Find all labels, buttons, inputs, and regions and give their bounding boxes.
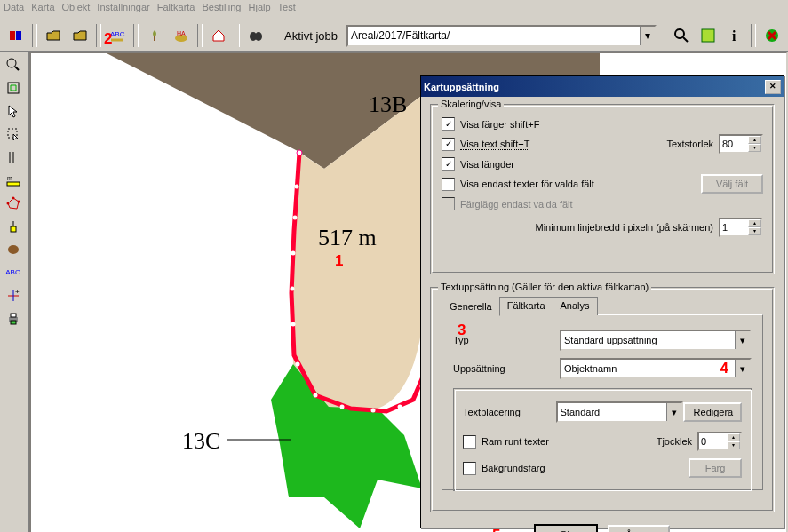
menu-data[interactable]: Data: [4, 2, 24, 18]
svg-text:m: m: [7, 175, 12, 181]
svg-line-9: [683, 37, 688, 42]
chk-lengths[interactable]: ✓: [442, 157, 455, 171]
side-fit-icon[interactable]: [2, 76, 24, 99]
side-zoom-icon[interactable]: [2, 53, 24, 75]
chevron-down-icon[interactable]: ▾: [640, 27, 655, 45]
svg-point-35: [293, 216, 298, 220]
chk-text[interactable]: ✓: [442, 138, 455, 151]
side-shape-icon[interactable]: [2, 238, 24, 260]
svg-point-33: [297, 150, 302, 155]
svg-point-39: [296, 362, 300, 367]
tb-close-icon[interactable]: [760, 23, 784, 48]
chk-bgcolor[interactable]: [463, 462, 476, 475]
btn-ok[interactable]: Ok: [535, 525, 597, 532]
tb-open2-icon[interactable]: [68, 23, 92, 48]
side-print-icon[interactable]: [2, 307, 24, 330]
side-pointer-icon[interactable]: [2, 99, 24, 122]
svg-rect-20: [7, 182, 20, 186]
chevron-down-icon[interactable]: ▾: [735, 360, 750, 377]
menu-test[interactable]: Test: [278, 2, 296, 18]
minline-input[interactable]: 1▴▾: [719, 218, 763, 237]
textplace-combo[interactable]: Standard▾: [556, 401, 683, 423]
btn-color: Färg: [689, 458, 742, 478]
svg-point-42: [371, 409, 376, 413]
menu-faltkarta[interactable]: Fältkarta: [157, 2, 195, 18]
lbl-text[interactable]: Visa text shift+T: [460, 139, 529, 150]
side-select-icon[interactable]: [2, 123, 24, 145]
dialog-title: Kartuppsättning: [424, 82, 499, 92]
spinner-icon[interactable]: ▴▾: [727, 433, 740, 449]
spinner-icon[interactable]: ▴▾: [748, 219, 761, 235]
svg-rect-32: [11, 321, 16, 324]
menu-hjalp[interactable]: Hjälp: [249, 2, 271, 18]
close-icon[interactable]: ✕: [765, 80, 781, 94]
chevron-down-icon[interactable]: ▾: [666, 403, 681, 421]
lbl-frame[interactable]: Ram runt texter: [482, 436, 549, 447]
menu-installningar[interactable]: Inställningar: [97, 2, 149, 18]
tb-plant-icon[interactable]: [142, 23, 167, 48]
lbl-lengths[interactable]: Visa längder: [460, 159, 514, 170]
chk-colors[interactable]: ✓: [442, 117, 455, 131]
tb-open1-icon[interactable]: [41, 23, 66, 48]
btn-edit[interactable]: Redigera: [683, 402, 742, 422]
btn-cancel[interactable]: Ångra: [608, 525, 670, 532]
lbl-colors[interactable]: Visa färger shift+F: [460, 119, 539, 130]
svg-text:ABC: ABC: [110, 30, 125, 38]
tab-general[interactable]: Generella: [442, 298, 500, 316]
svg-point-43: [398, 405, 402, 409]
menu-objekt[interactable]: Objekt: [62, 2, 91, 18]
chevron-down-icon[interactable]: ▾: [735, 331, 750, 349]
svg-point-34: [295, 185, 299, 189]
tb-people-icon[interactable]: [4, 23, 28, 48]
marker-1: 1: [335, 252, 343, 270]
svg-point-37: [291, 287, 295, 291]
tb-binoculars-icon[interactable]: [243, 23, 268, 48]
thickness-input[interactable]: 0▴▾: [697, 432, 742, 451]
tb-house-icon[interactable]: [206, 23, 231, 48]
tb-search-icon[interactable]: [669, 23, 694, 48]
side-gps-icon[interactable]: [2, 215, 24, 237]
menu-karta[interactable]: Karta: [31, 2, 54, 18]
lbl-textplace: Textplacering: [463, 407, 556, 417]
dialog-titlebar[interactable]: Kartuppsättning ✕: [421, 76, 784, 97]
job-label: Aktivt jobb: [284, 29, 338, 43]
lbl-bgcolor[interactable]: Bakgrundsfärg: [482, 463, 545, 473]
lbl-thickness: Tjocklek: [657, 436, 692, 447]
group-text-title: Textuppsättning (Gäller för den aktiva f…: [438, 282, 651, 292]
btn-select-fields: Välj fält: [701, 174, 763, 194]
tb-map-icon[interactable]: [696, 23, 720, 48]
field-label-13c: 13C: [182, 428, 220, 455]
field-label-13b: 13B: [369, 91, 407, 118]
svg-point-40: [314, 393, 318, 398]
marker-2: 2: [104, 30, 112, 48]
side-line-icon[interactable]: [2, 146, 24, 168]
side-abc2-icon[interactable]: ABC: [2, 261, 24, 283]
spinner-icon[interactable]: ▴▾: [748, 136, 761, 152]
menu-bestilling[interactable]: Bestilling: [202, 2, 241, 18]
svg-point-36: [291, 251, 296, 256]
side-polygon-icon[interactable]: [2, 192, 24, 214]
tab-fieldmap[interactable]: Fältkarta: [499, 297, 553, 315]
type-combo[interactable]: Standard uppsättning▾: [560, 330, 752, 351]
lbl-type: Typ: [453, 335, 560, 345]
textsize-input[interactable]: 80▴▾: [719, 134, 763, 154]
lbl-only-selected[interactable]: Visa endast texter för valda fält: [460, 179, 594, 189]
tab-analysis[interactable]: Analys: [553, 297, 598, 315]
svg-text:i: i: [732, 28, 736, 44]
side-adjust-icon[interactable]: +: [2, 284, 24, 306]
svg-rect-1: [16, 31, 21, 40]
svg-point-7: [255, 32, 262, 41]
svg-point-13: [7, 59, 16, 67]
chk-frame[interactable]: [463, 435, 476, 449]
lbl-setup: Uppsättning: [453, 363, 560, 374]
marker-4: 4: [720, 360, 728, 377]
side-measure-icon[interactable]: m: [2, 169, 24, 191]
chk-only-selected[interactable]: [442, 178, 455, 191]
tb-info-icon[interactable]: i: [722, 23, 747, 48]
svg-point-38: [291, 322, 296, 327]
length-label: 517 m: [318, 225, 377, 251]
svg-text:+: +: [15, 289, 20, 296]
active-job-combo[interactable]: Areal/2017/Fältkarta/ ▾: [346, 25, 657, 47]
setup-combo[interactable]: Objektnamn 4 ▾: [560, 358, 752, 379]
tb-ha-icon[interactable]: HA: [169, 23, 194, 48]
